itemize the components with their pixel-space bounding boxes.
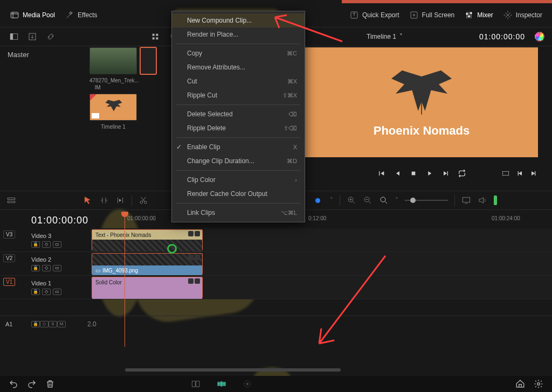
timeline-scrollbar[interactable] xyxy=(125,368,341,372)
display-icon[interactable]: ▭ xyxy=(53,289,61,295)
redo-icon[interactable] xyxy=(27,379,37,389)
check-icon: ✓ xyxy=(176,143,182,151)
prev-edit-icon[interactable] xyxy=(515,169,524,178)
undo-icon[interactable] xyxy=(9,379,18,389)
clip-thumbnail[interactable] xyxy=(89,47,137,74)
clip-text[interactable]: Text - Phoenix Nomads xyxy=(92,229,203,251)
home-icon[interactable] xyxy=(515,379,525,389)
edit-page-icon[interactable] xyxy=(243,379,252,389)
full-screen-button[interactable]: Full Screen xyxy=(409,10,455,20)
trash-icon[interactable] xyxy=(45,379,55,389)
mixer-tab[interactable]: Mixer xyxy=(464,10,493,20)
ctx-copy[interactable]: Copy⌘C xyxy=(172,46,305,60)
panel-left-icon[interactable] xyxy=(8,31,20,43)
quick-export-button[interactable]: Quick Export xyxy=(349,10,399,20)
link-icon[interactable] xyxy=(44,31,57,43)
svg-rect-0 xyxy=(11,12,18,18)
first-frame-icon[interactable] xyxy=(377,169,385,178)
effects-tab[interactable]: Effects xyxy=(65,10,97,20)
ctx-link-clips[interactable]: Link Clips⌥⌘L xyxy=(172,206,305,220)
viewer-timecode[interactable]: 01:00:00:00 xyxy=(479,32,525,41)
lock-icon[interactable]: 🔒 xyxy=(31,321,40,327)
blade-tool-icon[interactable] xyxy=(139,195,148,205)
track-name-area[interactable]: Video 1 🔒◇▭ xyxy=(31,276,91,299)
dynamic-trim-icon[interactable] xyxy=(115,195,125,205)
transport-controls xyxy=(305,163,538,184)
zoom-slider[interactable] xyxy=(405,200,448,201)
match-frame-icon[interactable] xyxy=(501,169,510,178)
zoom-fit-icon[interactable] xyxy=(379,195,389,205)
audio-meter-icon xyxy=(494,195,497,205)
master-bin[interactable]: Master xyxy=(8,51,29,59)
auto-select-icon[interactable]: ◇ xyxy=(40,321,49,327)
auto-select-icon[interactable]: ◇ xyxy=(42,241,51,248)
track-lane[interactable]: ▭ IMG_4093.png xyxy=(91,252,552,275)
clip-solid-color[interactable]: Solid Color xyxy=(92,277,203,298)
svg-rect-16 xyxy=(503,172,509,176)
color-wheel-icon[interactable] xyxy=(535,32,544,41)
ctx-change-duration[interactable]: Change Clip Duration...⌘D xyxy=(172,154,305,168)
ctx-clip-color[interactable]: Clip Color› xyxy=(172,173,305,187)
display-icon[interactable]: ▭ xyxy=(53,241,61,248)
media-page-icon[interactable] xyxy=(191,379,201,389)
track-name-area[interactable]: Video 3 🔒◇▭ xyxy=(31,228,91,251)
next-edit-icon[interactable] xyxy=(529,169,538,178)
playhead[interactable] xyxy=(125,212,125,347)
solo-icon[interactable]: S xyxy=(49,321,57,327)
prev-frame-icon[interactable] xyxy=(393,169,402,178)
ctx-remove-attributes[interactable]: Remove Attributes... xyxy=(172,60,305,74)
ctx-render-in-place[interactable]: Render in Place... xyxy=(172,27,305,41)
ctx-ripple-cut[interactable]: Ripple Cut⇧⌘X xyxy=(172,88,305,102)
speaker-icon[interactable] xyxy=(478,195,487,205)
timeline-thumbnail[interactable] xyxy=(89,94,137,121)
context-menu: New Compound Clip... Render in Place... … xyxy=(171,11,305,222)
stop-icon[interactable] xyxy=(409,169,418,178)
marker-color-icon[interactable] xyxy=(315,198,320,203)
ctx-enable-clip[interactable]: ✓Enable ClipX xyxy=(172,140,305,154)
settings-icon[interactable] xyxy=(534,379,543,389)
track-name-area[interactable]: Video 2 🔒◇▭ xyxy=(31,252,91,275)
clip-image[interactable]: ▭ IMG_4093.png xyxy=(92,253,203,275)
chevron-down-icon[interactable]: ˅ xyxy=(330,197,333,204)
lock-icon[interactable]: 🔒 xyxy=(31,265,40,271)
loop-icon[interactable] xyxy=(458,169,466,178)
grid-view-icon[interactable] xyxy=(149,31,162,43)
next-frame-icon[interactable] xyxy=(441,169,450,178)
clip-thumbnail[interactable] xyxy=(140,47,156,74)
window-accent-bar xyxy=(342,0,552,3)
ctx-separator xyxy=(176,44,300,44)
track-lane[interactable]: Solid Color xyxy=(91,276,552,299)
track-lane[interactable]: Text - Phoenix Nomads xyxy=(91,228,552,251)
chevron-down-icon[interactable]: ˅ xyxy=(395,197,398,204)
lock-icon[interactable]: 🔒 xyxy=(31,241,40,248)
track-header[interactable]: V1 xyxy=(0,276,31,299)
ctx-new-compound-clip[interactable]: New Compound Clip... xyxy=(172,13,305,27)
trim-tool-icon[interactable] xyxy=(99,195,109,205)
import-icon[interactable] xyxy=(26,31,39,43)
timeline-view-icon[interactable] xyxy=(6,195,16,205)
selection-tool-icon[interactable] xyxy=(83,195,93,205)
mute-icon[interactable]: M xyxy=(57,321,66,327)
monitor-icon[interactable] xyxy=(461,195,471,205)
track-header[interactable]: V3 xyxy=(0,228,31,251)
timeline-timecode[interactable]: 01:00:00:00 xyxy=(31,215,88,226)
play-icon[interactable] xyxy=(425,169,434,178)
media-pool-tab[interactable]: Media Pool xyxy=(10,10,55,20)
ctx-cut[interactable]: Cut⌘X xyxy=(172,74,305,88)
display-icon[interactable]: ▭ xyxy=(53,265,61,271)
timeline-title[interactable]: Timeline 1 ˅ xyxy=(367,33,403,40)
ctx-ripple-delete[interactable]: Ripple Delete⇧⌫ xyxy=(172,121,305,135)
zoom-in-icon[interactable] xyxy=(347,195,356,205)
ctx-delete-selected[interactable]: Delete Selected⌫ xyxy=(172,107,305,121)
ctx-render-cache[interactable]: Render Cache Color Output xyxy=(172,187,305,201)
inspector-tab[interactable]: Inspector xyxy=(503,10,542,20)
auto-select-icon[interactable]: ◇ xyxy=(42,289,51,295)
zoom-out-icon[interactable] xyxy=(363,195,372,205)
track-header[interactable]: A1 xyxy=(0,321,31,327)
wand-icon xyxy=(65,10,74,20)
track-header[interactable]: V2 xyxy=(0,252,31,275)
lock-icon[interactable]: 🔒 xyxy=(31,289,40,295)
preview-viewer[interactable]: Phoenix Nomads xyxy=(305,47,538,157)
cut-page-icon[interactable] xyxy=(217,379,226,389)
auto-select-icon[interactable]: ◇ xyxy=(42,265,51,271)
